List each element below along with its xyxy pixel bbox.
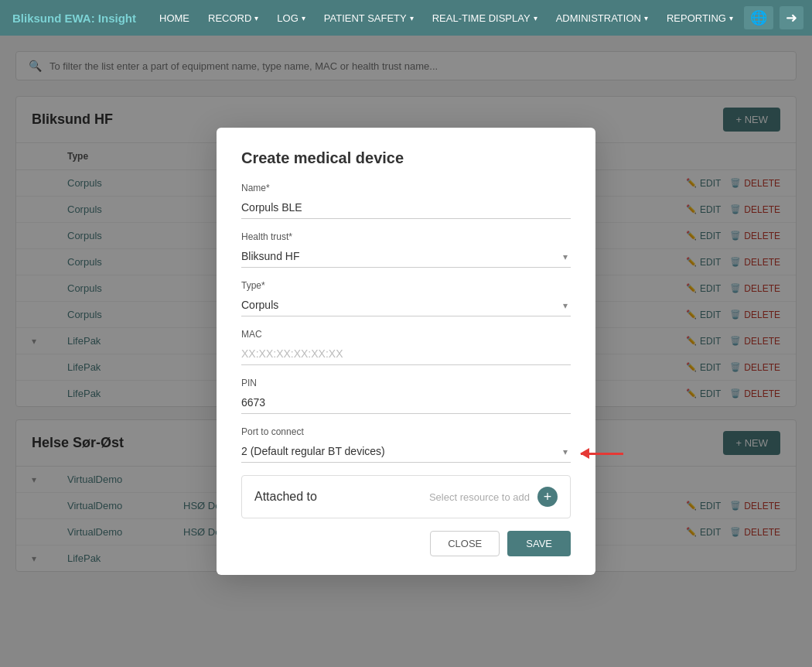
language-icon[interactable]: 🌐 xyxy=(744,6,773,29)
health-trust-select[interactable]: Bliksund HF Helse Sør-Øst xyxy=(241,245,571,268)
health-trust-select-wrapper: Bliksund HF Helse Sør-Øst ▾ xyxy=(241,245,571,268)
name-label: Name* xyxy=(241,183,571,193)
port-select-wrapper: 2 (Default regular BT devices) 1 3 ▾ xyxy=(241,440,571,463)
port-label: Port to connect xyxy=(241,426,571,437)
mac-field-group: MAC xyxy=(241,329,571,365)
nav-record[interactable]: RECORD ▾ xyxy=(200,9,266,27)
mac-input[interactable] xyxy=(241,343,571,365)
logout-icon[interactable]: ➜ xyxy=(780,6,803,29)
chevron-down-icon: ▾ xyxy=(644,14,648,22)
content-area: 🔍 Bliksund HF + NEW Type Name MAC Co xyxy=(0,36,812,667)
nav-admin[interactable]: ADMINISTRATION ▾ xyxy=(548,9,656,27)
nav-patient-safety[interactable]: PATIENT SAFETY ▾ xyxy=(316,9,421,27)
nav-log[interactable]: LOG ▾ xyxy=(269,9,312,27)
pin-input[interactable] xyxy=(241,392,571,414)
add-resource-button[interactable]: + xyxy=(537,487,558,507)
type-select[interactable]: Corpuls LifePak VirtualDemo xyxy=(241,294,571,316)
attached-to-section: Attached to Select resource to add + xyxy=(241,475,571,518)
type-field-group: Type* Corpuls LifePak VirtualDemo ▾ xyxy=(241,280,571,316)
attached-placeholder: Select resource to add xyxy=(429,491,530,503)
mac-label: MAC xyxy=(241,329,571,340)
port-field-group: Port to connect 2 (Default regular BT de… xyxy=(241,426,571,463)
nav-home[interactable]: HOME xyxy=(152,9,197,27)
health-trust-field-group: Health trust* Bliksund HF Helse Sør-Øst … xyxy=(241,231,571,268)
type-label: Type* xyxy=(241,280,571,291)
nav-reporting[interactable]: REPORTING ▾ xyxy=(659,9,741,27)
nav-icons: 🌐 ➜ xyxy=(744,6,803,29)
name-field-group: Name* xyxy=(241,183,571,219)
chevron-down-icon: ▾ xyxy=(534,14,537,22)
modal-title: Create medical device xyxy=(241,149,571,167)
type-select-wrapper: Corpuls LifePak VirtualDemo ▾ xyxy=(241,294,571,316)
chevron-down-icon: ▾ xyxy=(302,14,305,22)
chevron-down-icon: ▾ xyxy=(410,14,414,22)
app-brand: Bliksund EWA: Insight xyxy=(12,12,136,25)
modal-overlay: Create medical device Name* Health trust… xyxy=(0,36,812,667)
pin-field-group: PIN xyxy=(241,378,571,414)
chevron-down-icon: ▾ xyxy=(729,14,733,22)
pin-label: PIN xyxy=(241,378,571,388)
create-device-modal: Create medical device Name* Health trust… xyxy=(217,128,595,575)
close-button[interactable]: CLOSE xyxy=(430,531,500,556)
name-input[interactable] xyxy=(241,197,571,219)
port-select[interactable]: 2 (Default regular BT devices) 1 3 xyxy=(241,440,571,463)
save-button[interactable]: SAVE xyxy=(507,531,571,556)
nav-realtime[interactable]: REAL-TIME DISPLAY ▾ xyxy=(425,9,545,27)
attached-label: Attached to xyxy=(254,490,317,504)
health-trust-label: Health trust* xyxy=(241,231,571,242)
navbar: Bliksund EWA: Insight HOME RECORD ▾ LOG … xyxy=(0,0,812,36)
attached-right: Select resource to add + xyxy=(429,487,558,507)
modal-footer: CLOSE SAVE xyxy=(241,531,571,556)
chevron-down-icon: ▾ xyxy=(254,14,258,22)
